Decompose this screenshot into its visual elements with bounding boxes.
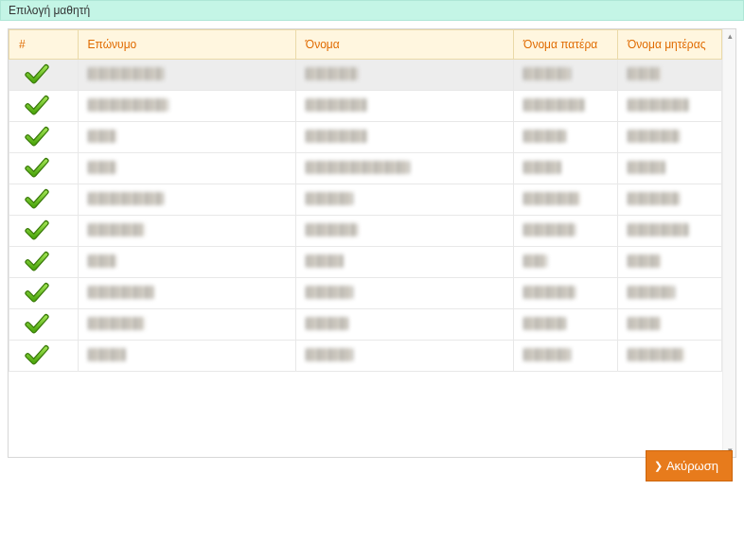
checkmark-icon — [25, 157, 49, 180]
cell-name — [295, 122, 513, 153]
cell-mother — [618, 309, 722, 341]
col-header-mother[interactable]: Όνομα μητέρας — [618, 30, 722, 60]
cell-mother — [618, 60, 722, 91]
redacted-text — [88, 317, 145, 330]
redacted-text — [523, 98, 585, 112]
table-row[interactable] — [9, 341, 722, 372]
cell-surname — [78, 184, 295, 216]
redacted-text — [628, 130, 680, 143]
cancel-button-label: Ακύρωση — [666, 459, 718, 473]
checkmark-icon — [25, 313, 49, 336]
redacted-text — [88, 98, 168, 112]
cell-checkmark[interactable] — [9, 184, 79, 216]
redacted-text — [523, 192, 580, 205]
cell-checkmark[interactable] — [9, 153, 79, 184]
redacted-text — [88, 223, 145, 236]
redacted-text — [88, 254, 116, 268]
cell-name — [295, 91, 513, 122]
cell-father — [514, 91, 618, 122]
col-header-surname[interactable]: Επώνυμο — [78, 30, 295, 60]
cell-father — [514, 216, 618, 247]
table-row[interactable] — [9, 309, 722, 341]
cell-name — [295, 309, 513, 341]
redacted-text — [306, 161, 410, 174]
student-table-panel: # Επώνυμο Όνομα Όνομα πατέρα Όνομα μητέρ… — [8, 28, 736, 458]
scroll-up-icon[interactable]: ▴ — [723, 29, 736, 43]
cell-father — [514, 153, 618, 184]
table-row[interactable] — [9, 122, 722, 153]
col-header-number[interactable]: # — [9, 30, 79, 60]
cell-mother — [618, 153, 722, 184]
cell-father — [514, 184, 618, 216]
cell-mother — [618, 278, 722, 309]
cell-checkmark[interactable] — [9, 247, 79, 278]
redacted-text — [523, 161, 561, 174]
cell-name — [295, 247, 513, 278]
cell-name — [295, 184, 513, 216]
redacted-text — [88, 67, 164, 80]
table-row[interactable] — [9, 153, 722, 184]
students-table: # Επώνυμο Όνομα Όνομα πατέρα Όνομα μητέρ… — [9, 29, 722, 372]
cell-father — [514, 278, 618, 309]
table-row[interactable] — [9, 247, 722, 278]
redacted-text — [523, 67, 571, 80]
table-row[interactable] — [9, 216, 722, 247]
cell-name — [295, 278, 513, 309]
redacted-text — [628, 98, 689, 112]
cell-mother — [618, 184, 722, 216]
checkmark-icon — [25, 251, 49, 273]
redacted-text — [628, 223, 689, 236]
cell-checkmark[interactable] — [9, 309, 79, 341]
cell-surname — [78, 60, 295, 91]
redacted-text — [88, 348, 126, 361]
cell-checkmark[interactable] — [9, 91, 79, 122]
table-header: # Επώνυμο Όνομα Όνομα πατέρα Όνομα μητέρ… — [9, 30, 722, 60]
redacted-text — [523, 286, 576, 299]
col-header-name[interactable]: Όνομα — [295, 30, 513, 60]
cell-surname — [78, 247, 295, 278]
cell-father — [514, 60, 618, 91]
redacted-text — [306, 286, 353, 299]
cell-surname — [78, 278, 295, 309]
redacted-text — [306, 67, 358, 80]
redacted-text — [306, 130, 367, 143]
cell-surname — [78, 216, 295, 247]
scrollbar-vertical[interactable]: ▴ ▾ — [722, 29, 735, 457]
cell-checkmark[interactable] — [9, 122, 79, 153]
cell-name — [295, 153, 513, 184]
cell-name — [295, 216, 513, 247]
cell-father — [514, 341, 618, 372]
footer: ❯ Ακύρωση — [646, 450, 733, 481]
redacted-text — [523, 130, 566, 143]
cell-mother — [618, 91, 722, 122]
checkmark-icon — [25, 95, 49, 117]
cancel-button[interactable]: ❯ Ακύρωση — [646, 450, 733, 481]
redacted-text — [88, 286, 154, 299]
cell-checkmark[interactable] — [9, 341, 79, 372]
table-row[interactable] — [9, 91, 722, 122]
redacted-text — [306, 223, 358, 236]
redacted-text — [306, 98, 367, 112]
cell-surname — [78, 122, 295, 153]
cell-mother — [618, 341, 722, 372]
table-row[interactable] — [9, 60, 722, 91]
redacted-text — [628, 286, 675, 299]
table-body — [9, 60, 722, 372]
title-bar: Επιλογή μαθητή — [0, 0, 744, 21]
cell-surname — [78, 153, 295, 184]
cell-checkmark[interactable] — [9, 278, 79, 309]
col-header-father[interactable]: Όνομα πατέρα — [514, 30, 618, 60]
cell-surname — [78, 91, 295, 122]
cell-surname — [78, 341, 295, 372]
redacted-text — [306, 254, 344, 268]
cell-surname — [78, 309, 295, 341]
checkmark-icon — [25, 344, 49, 367]
table-row[interactable] — [9, 184, 722, 216]
checkmark-icon — [25, 282, 49, 305]
title-text: Επιλογή μαθητή — [9, 4, 90, 17]
cell-checkmark[interactable] — [9, 60, 79, 91]
redacted-text — [628, 67, 661, 80]
cell-father — [514, 247, 618, 278]
table-row[interactable] — [9, 278, 722, 309]
cell-checkmark[interactable] — [9, 216, 79, 247]
